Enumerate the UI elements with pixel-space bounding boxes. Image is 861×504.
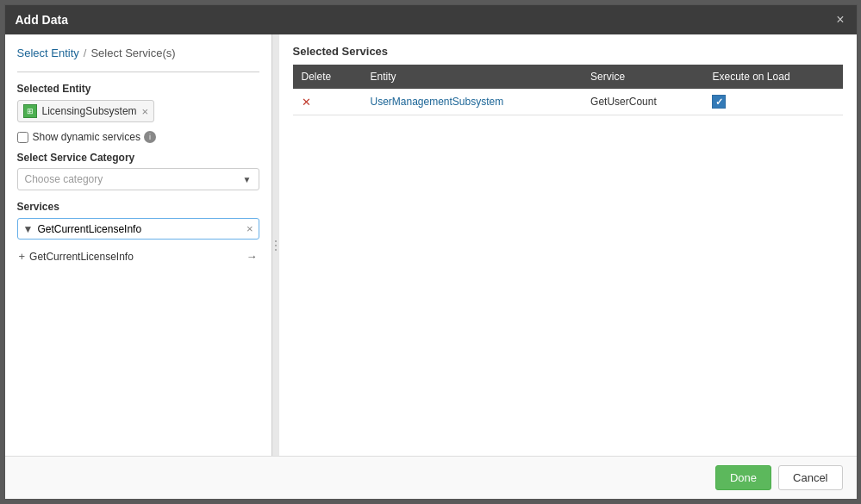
list-item[interactable]: + GetCurrentLicenseInfo →	[17, 246, 259, 266]
selected-services-label: Selected Services	[293, 45, 843, 58]
breadcrumb-step1[interactable]: Select Entity	[17, 47, 79, 59]
divider-dot	[275, 249, 277, 251]
dynamic-services-checkbox[interactable]	[17, 132, 28, 143]
service-item-name: GetCurrentLicenseInfo	[29, 251, 246, 263]
table-row: ✕ UserManagementSubsystem GetUserCount	[293, 89, 843, 115]
services-label: Services	[17, 201, 259, 213]
entity-name: LicensingSubsystem	[42, 105, 137, 117]
selected-entity-box: ⊞ LicensingSubsystem ×	[17, 100, 155, 122]
services-list: + GetCurrentLicenseInfo →	[17, 246, 259, 266]
service-arrow-icon: →	[246, 250, 258, 263]
services-clear-icon[interactable]: ×	[246, 222, 253, 235]
category-select-wrapper: Choose category ▼	[17, 168, 259, 190]
service-add-icon: +	[19, 250, 26, 263]
cancel-button[interactable]: Cancel	[778, 465, 842, 490]
breadcrumb-divider	[17, 72, 259, 72]
modal-header: Add Data ×	[5, 5, 857, 34]
entity-link[interactable]: UserManagementSubsystem	[370, 96, 503, 108]
service-text: GetUserCount	[590, 96, 657, 108]
category-dropdown[interactable]: Choose category ▼	[17, 168, 259, 190]
col-header-entity: Entity	[361, 65, 582, 89]
table-cell-entity: UserManagementSubsystem	[361, 89, 582, 115]
done-button[interactable]: Done	[715, 465, 771, 490]
dropdown-arrow-icon: ▼	[243, 175, 252, 184]
close-button[interactable]: ×	[834, 13, 845, 27]
add-data-modal: Add Data × Select Entity / Select Servic…	[4, 4, 858, 500]
table-cell-execute	[703, 89, 842, 115]
col-header-execute-on-load: Execute on Load	[703, 65, 842, 89]
table-cell-delete: ✕	[293, 89, 362, 115]
modal-body: Select Entity / Select Service(s) Select…	[5, 34, 857, 456]
category-label: Select Service Category	[17, 152, 259, 164]
divider-handle[interactable]	[272, 34, 279, 456]
dynamic-services-row: Show dynamic services i	[17, 131, 259, 143]
left-panel: Select Entity / Select Service(s) Select…	[5, 34, 272, 456]
table-cell-service: GetUserCount	[582, 89, 703, 115]
modal-overlay: Add Data × Select Entity / Select Servic…	[0, 0, 861, 504]
breadcrumb: Select Entity / Select Service(s)	[17, 47, 259, 59]
col-header-service: Service	[582, 65, 703, 89]
col-header-delete: Delete	[293, 65, 362, 89]
info-icon: i	[144, 131, 156, 143]
modal-title: Add Data	[16, 13, 68, 27]
selected-entity-label: Selected Entity	[17, 83, 259, 95]
selected-services-table: Delete Entity Service Execute on Load ✕	[293, 65, 843, 115]
divider-dot	[275, 240, 277, 242]
modal-footer: Done Cancel	[5, 456, 857, 499]
category-placeholder: Choose category	[25, 173, 103, 185]
services-search-input[interactable]	[37, 223, 246, 235]
breadcrumb-step2: Select Service(s)	[90, 47, 175, 59]
entity-remove-button[interactable]: ×	[142, 106, 149, 117]
breadcrumb-separator: /	[84, 47, 87, 59]
divider-dot	[275, 245, 277, 246]
filter-icon: ▼	[23, 223, 34, 235]
services-search-box: ▼ ×	[17, 218, 259, 240]
entity-icon: ⊞	[23, 104, 37, 118]
execute-on-load-checkbox[interactable]	[712, 95, 726, 109]
dynamic-services-label: Show dynamic services	[33, 131, 140, 143]
right-panel: Selected Services Delete Entity Service …	[279, 34, 857, 456]
delete-row-icon[interactable]: ✕	[302, 96, 311, 109]
